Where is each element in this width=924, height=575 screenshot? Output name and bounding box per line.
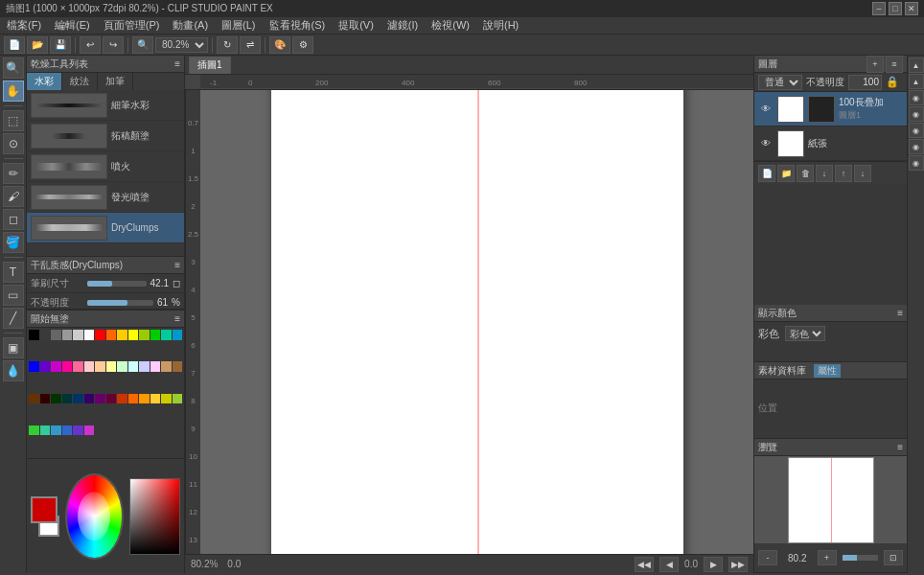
layer-vis-1[interactable]: 👁	[758, 136, 774, 151]
swatch-40[interactable]	[161, 394, 172, 404]
nav-first[interactable]: ◀◀	[635, 557, 654, 572]
fr-btn-3[interactable]: ◉	[909, 106, 924, 122]
layer-vis-0[interactable]: 👁	[758, 102, 774, 117]
swatch-36[interactable]	[117, 394, 127, 404]
menu-item-7[interactable]: 濾鏡(I)	[384, 18, 421, 33]
foreground-color[interactable]	[31, 496, 58, 523]
swatch-34[interactable]	[95, 394, 105, 404]
layer-del-btn[interactable]: 🗑	[797, 165, 814, 182]
fill-tool[interactable]: 🪣	[3, 232, 24, 253]
swatch-10[interactable]	[139, 330, 150, 340]
layer-merge-btn[interactable]: ↓	[816, 165, 833, 182]
swatch-42[interactable]	[29, 426, 39, 436]
swatch-47[interactable]	[84, 426, 95, 436]
canvas-tab[interactable]: 插圖1	[189, 57, 231, 74]
swatch-38[interactable]	[139, 394, 150, 404]
swatch-33[interactable]	[84, 394, 95, 404]
layer-down-btn[interactable]: ↓	[854, 165, 871, 182]
swatch-27[interactable]	[173, 361, 183, 372]
swatch-15[interactable]	[40, 361, 51, 372]
swatch-9[interactable]	[128, 330, 139, 340]
fr-btn-1[interactable]: ▲	[909, 74, 924, 89]
pen-tool[interactable]: ✏	[3, 163, 24, 184]
swatch-45[interactable]	[62, 426, 73, 436]
brush-item-4[interactable]: DryClumps	[27, 213, 184, 243]
open-button[interactable]: 📂	[27, 36, 48, 54]
maximize-button[interactable]: □	[889, 2, 902, 15]
layer-up-btn[interactable]: ↑	[835, 165, 852, 182]
prop-slider-0[interactable]	[87, 281, 147, 287]
save-button[interactable]: 💾	[50, 36, 71, 54]
swatch-17[interactable]	[62, 361, 73, 372]
nav-zoom-out[interactable]: -	[758, 550, 777, 565]
menu-item-1[interactable]: 編輯(E)	[52, 18, 93, 33]
nav-last[interactable]: ▶▶	[728, 557, 748, 572]
new-button[interactable]: 📄	[4, 36, 25, 54]
color-button[interactable]: 🎨	[269, 36, 290, 54]
undo-button[interactable]: ↩	[80, 36, 101, 54]
swatch-13[interactable]	[173, 330, 183, 340]
select-lasso-tool[interactable]: ⊙	[3, 133, 24, 154]
eyedrop-tool[interactable]: 💧	[3, 360, 24, 381]
canvas-viewport[interactable]	[200, 90, 753, 554]
layer-add-btn[interactable]: +	[866, 56, 884, 73]
swatch-11[interactable]	[150, 330, 161, 340]
swatch-20[interactable]	[95, 361, 105, 372]
blend-mode-select[interactable]: 普通 乘法 加算	[758, 75, 802, 90]
layer-item-0[interactable]: 👁 100長疊加 圖層1	[754, 92, 907, 126]
brush-item-0[interactable]: 細筆水彩	[27, 90, 184, 121]
canvas-white[interactable]	[271, 90, 683, 554]
swatch-37[interactable]	[128, 394, 139, 404]
zoom-select[interactable]: 80.2% 100% 50%	[155, 37, 208, 53]
tab-texture[interactable]: 紋法	[62, 73, 98, 90]
brush-item-2[interactable]: 噴火	[27, 151, 184, 182]
select-rect-tool[interactable]: ⬚	[3, 110, 24, 131]
settings-button[interactable]: ⚙	[292, 36, 313, 54]
layer-folder-btn[interactable]: 📁	[777, 165, 795, 182]
swatch-46[interactable]	[73, 426, 83, 436]
layer-menu-btn[interactable]: ≡	[886, 56, 903, 73]
swatch-4[interactable]	[73, 330, 83, 340]
swatch-6[interactable]	[95, 330, 105, 340]
swatch-35[interactable]	[106, 394, 117, 404]
swatch-25[interactable]	[150, 361, 161, 372]
gradient-tool[interactable]: ▣	[3, 337, 24, 358]
swatch-29[interactable]	[40, 394, 51, 404]
zoom-tool[interactable]: 🔍	[3, 58, 24, 79]
redo-button[interactable]: ↪	[103, 36, 124, 54]
shape-tool[interactable]: ▭	[3, 285, 24, 306]
swatch-44[interactable]	[51, 426, 61, 436]
swatch-2[interactable]	[51, 330, 61, 340]
swatch-31[interactable]	[62, 394, 73, 404]
close-button[interactable]: ✕	[905, 2, 918, 15]
menu-item-6[interactable]: 提取(V)	[335, 18, 377, 33]
right-color-select[interactable]: 彩色 灰階	[785, 326, 825, 341]
swatch-8[interactable]	[117, 330, 127, 340]
swatch-22[interactable]	[117, 361, 127, 372]
nav-zoom-in[interactable]: +	[818, 550, 837, 565]
swatch-0[interactable]	[29, 330, 39, 340]
color-wheel[interactable]	[65, 473, 124, 560]
tab-add-stroke[interactable]: 加筆	[98, 73, 133, 90]
swatch-24[interactable]	[139, 361, 150, 372]
swatch-12[interactable]	[161, 330, 172, 340]
swatch-39[interactable]	[150, 394, 161, 404]
fr-btn-5[interactable]: ◉	[909, 139, 924, 154]
menu-item-8[interactable]: 檢視(W)	[428, 18, 473, 33]
tab-watercolor[interactable]: 水彩	[27, 73, 62, 90]
text-tool[interactable]: T	[3, 262, 24, 283]
brush-tool[interactable]: 🖌	[3, 186, 24, 207]
minimize-button[interactable]: –	[872, 2, 886, 15]
swatch-32[interactable]	[73, 394, 83, 404]
opacity-input[interactable]	[848, 75, 882, 90]
swatch-7[interactable]	[106, 330, 117, 340]
fr-btn-6[interactable]: ◉	[909, 155, 924, 171]
move-tool[interactable]: ✋	[3, 80, 24, 102]
menu-item-5[interactable]: 監看視角(S)	[266, 18, 329, 33]
fr-btn-2[interactable]: ◉	[909, 90, 924, 105]
rotate-button[interactable]: ↻	[217, 36, 238, 54]
brush-item-3[interactable]: 發光噴塗	[27, 182, 184, 213]
prop-slider-1[interactable]	[87, 300, 153, 306]
layer-item-1[interactable]: 👁 紙張	[754, 126, 907, 161]
fr-btn-0[interactable]: ▲	[909, 58, 924, 73]
